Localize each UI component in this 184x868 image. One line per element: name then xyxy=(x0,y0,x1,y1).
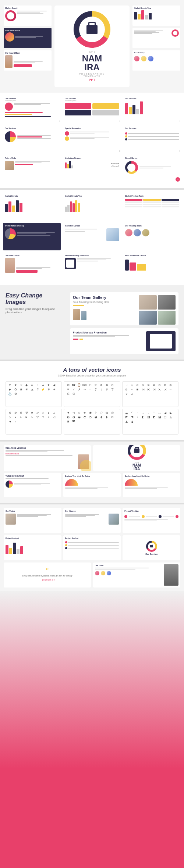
icon: ◛ xyxy=(124,411,129,414)
easy-change-desc: Drag and drop your images to replace pla… xyxy=(6,307,64,314)
slide-title: Our Vision xyxy=(6,510,60,512)
icon: ◒ xyxy=(77,415,81,419)
icon: ◁ xyxy=(52,415,56,419)
team-gallery-title: Our Team Gallery xyxy=(73,295,136,300)
icon: ⊙ xyxy=(110,383,114,387)
easy-change-section: Easy Change Images Drag and drop your im… xyxy=(0,287,184,360)
last-grid-section: Our Vision Our Mission xyxy=(0,504,184,591)
thumb-slide-3: Team & Gallery xyxy=(132,50,180,71)
icon-box-2: ✉ ☎ ⌚ ⌨ ✂ ✏ ⊕ ⊗ ⊙ ≡ ✓ ✗ ∞ ≈ ∑ √ ∂ ∇ ∈ ∅ xyxy=(64,381,120,407)
icon: ☎ xyxy=(71,383,76,387)
define-label: DEFINE PROBLEM xyxy=(6,453,89,455)
icon: ◣ xyxy=(169,411,173,414)
arch-2 xyxy=(125,479,138,486)
slide-europe: Market of Europe xyxy=(63,223,121,250)
icon: ⋍ xyxy=(169,388,173,391)
hero-left-thumbs: Market Growth World Market Sharing xyxy=(4,6,52,71)
icon: ◕ xyxy=(93,415,98,419)
icon: ⋑ xyxy=(13,411,18,414)
icon: ◜ xyxy=(130,411,134,414)
icon: ◞ xyxy=(141,411,145,414)
slide-title: Project Analyst xyxy=(65,537,119,539)
slide-row-2: Our Services Special Promotion xyxy=(3,125,181,153)
icon: ▾ xyxy=(41,415,45,419)
icon: ◅ xyxy=(71,411,76,414)
slide-title: Most Accessible Device xyxy=(125,254,179,257)
icon: ✓ xyxy=(71,388,76,391)
dot-3 xyxy=(159,515,162,518)
icon: ◪ xyxy=(158,415,162,419)
icon: ♥ xyxy=(8,383,12,387)
icon: ⋉ xyxy=(146,388,151,391)
icons-heading: A tons of vector icons xyxy=(6,367,178,373)
icon: ▷ xyxy=(8,415,12,419)
icon: ⊇ xyxy=(152,383,156,387)
cur-service-title: Cur Service xyxy=(145,553,158,555)
thumb-title-officer: Our Head Officer xyxy=(5,52,50,54)
icon: ◍ xyxy=(105,411,109,414)
dot-2 xyxy=(142,515,145,518)
slide-product-mockup: Product Mockup Promotion xyxy=(63,253,121,280)
icon: ◟ xyxy=(146,411,151,414)
slide-num: 1 xyxy=(59,120,60,122)
icon: ▱ xyxy=(35,411,40,414)
slide-num-sp: 2 xyxy=(119,150,120,152)
slide-row-4: Market Growth Market Growth Year Market … xyxy=(3,193,181,221)
icon: ⋇ xyxy=(135,388,140,391)
icon: ▴ xyxy=(46,411,51,414)
mini-logo xyxy=(128,445,146,460)
icon: ❀ xyxy=(19,388,23,391)
icon: ⚓ xyxy=(8,392,12,396)
slide-table-content: TABLE OF CONTENT xyxy=(4,473,61,497)
icon: ◨ xyxy=(146,415,151,419)
last-row-1: Our Vision Our Mission xyxy=(4,508,180,533)
quote-mark: " xyxy=(22,569,72,573)
icon: ○ xyxy=(35,383,40,387)
slide-analyst-2: Project Analyst xyxy=(63,535,121,560)
icon: ◀ xyxy=(52,383,56,387)
icon: ▸ xyxy=(13,415,18,419)
legend-2: ● Strategy B xyxy=(111,165,119,167)
icon: ◮ xyxy=(130,420,134,423)
thumb-market-growth: Market Growth xyxy=(4,6,52,26)
hero-section: Market Growth World Market Sharing xyxy=(0,0,184,93)
hero-main-slide: 2019 NAM IRA PRESENTATION TEMPLATE PPT xyxy=(54,6,130,87)
icon: ⊕ xyxy=(99,383,103,387)
preview-top-row: WELLCOME MESSAGE DEFINE PROBLEM 2019 xyxy=(4,445,180,471)
icon: ⋐ xyxy=(8,411,12,414)
hero-name-line2: IRA xyxy=(79,63,105,72)
icon: ✗ xyxy=(77,388,81,391)
icon: ◉ xyxy=(88,411,92,414)
icon: √ xyxy=(99,388,103,391)
slide-market-product: Market Product Table xyxy=(123,193,181,221)
icon: ◇ xyxy=(77,411,81,414)
icon: ⌨ xyxy=(82,383,87,387)
slide-row-6: Our Head Officer Product Mockup Promotio… xyxy=(3,253,181,280)
slide-title: Market Product Table xyxy=(125,195,179,197)
icon: ◧ xyxy=(141,415,145,419)
icon: ► xyxy=(24,415,29,419)
slide-title: Marketing Strategy xyxy=(65,157,119,159)
icon: ⚙ xyxy=(13,392,18,396)
icon-box-1: ♥ ★ ☆ ◆ ● ○ ▲ ▼ ◀ ▶ ✿ ❀ ☀ ☁ ☂ ⚡ ❄ ✈ ⚓ ⚙ xyxy=(6,381,62,407)
icon: ⋓ xyxy=(24,411,29,414)
slide-title: Project Analyst xyxy=(6,537,60,539)
hero-ppt: PPT xyxy=(79,78,105,82)
cur-service-circle xyxy=(146,541,157,552)
icon: ⋊ xyxy=(152,388,156,391)
icon: ◠ xyxy=(152,411,156,414)
icon: ∞ xyxy=(82,388,87,391)
icon: ▲ xyxy=(41,383,45,387)
slide-title: Project Timeline xyxy=(124,510,178,512)
last-row-2: Project Analyst Project Analyst xyxy=(4,535,180,560)
slide-title: WELLCOME MESSAGE xyxy=(6,447,89,449)
icons-grid: ♥ ★ ☆ ◆ ● ○ ▲ ▼ ◀ ▶ ✿ ❀ ☀ ☁ ☂ ⚡ ❄ ✈ ⚓ ⚙ … xyxy=(6,381,178,435)
slide-hero-preview: 2019 NAM IRA PRESENTATION TEMPLATE xyxy=(93,445,180,471)
slide-our-services-3: Our Services 3 xyxy=(123,96,181,123)
slide-title: Market of Europe xyxy=(65,225,119,227)
slide-team-photo-3: Our Team xyxy=(93,562,180,587)
icon: ⋆ xyxy=(130,388,134,391)
slide-title: Our Mission xyxy=(65,510,119,512)
icon: ⊚ xyxy=(163,383,167,387)
slide-subtitle: Subheading Here xyxy=(5,100,59,101)
